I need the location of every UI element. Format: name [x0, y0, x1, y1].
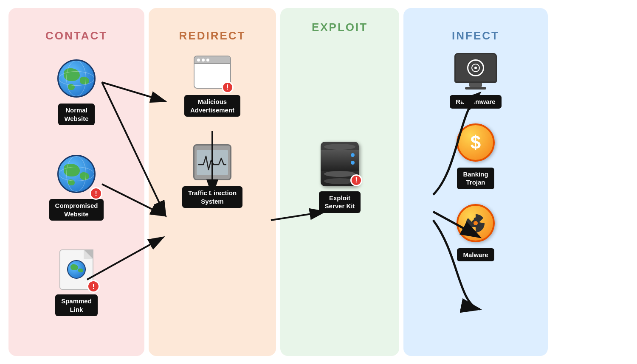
error-badge-exploit: ! [350, 174, 362, 186]
ransomware-label: Ransomware [450, 95, 501, 109]
exploit-title: EXPLOIT [312, 21, 368, 34]
banking-trojan-icon: $ [452, 119, 499, 166]
svg-point-3 [469, 225, 473, 229]
error-badge-compromised: ! [90, 187, 102, 200]
ransomware-icon [450, 51, 501, 93]
node-banking-trojan: $ BankingTrojan [452, 119, 499, 189]
malware-icon [452, 200, 499, 246]
banking-trojan-label: BankingTrojan [457, 168, 494, 189]
monitor-stand [469, 83, 482, 87]
globe-icon-2 [57, 155, 96, 193]
phase-exploit: EXPLOIT ! ExploitServer Kit [280, 8, 399, 356]
node-tds: Traffic DirectionSystem [182, 140, 242, 208]
normal-website-label: NormalWebsite [58, 104, 94, 125]
biohazard-icon [457, 204, 495, 242]
node-malware: Malware [452, 200, 499, 262]
spammed-link-label: SpammedLink [55, 294, 98, 316]
compromised-website-label: CompromisedWebsite [49, 199, 104, 221]
crosshair-dot [474, 67, 477, 69]
phase-redirect: REDIRECT ! MaliciousAdvertisement [149, 8, 276, 356]
exploit-kit-label: ExploitServer Kit [319, 191, 361, 213]
tds-label: Traffic DirectionSystem [182, 186, 242, 208]
svg-point-2 [479, 225, 483, 229]
normal-website-icon [53, 55, 100, 102]
crosshair-outer [467, 59, 484, 76]
tds-ecg-svg [198, 152, 226, 173]
error-badge-spam: ! [87, 280, 100, 293]
phase-contact: CONTACT NormalWebsite [8, 8, 144, 356]
malicious-ad-icon: ! [191, 51, 234, 93]
malicious-ad-label: MaliciousAdvertisement [184, 95, 240, 117]
coin-dollar-icon: $ [457, 123, 495, 162]
exploit-kit-icon: ! [316, 139, 363, 190]
node-malicious-ad: ! MaliciousAdvertisement [184, 51, 240, 117]
node-normal-website: NormalWebsite [53, 55, 100, 125]
tds-icon-wrap [189, 140, 236, 185]
node-exploit-kit: ! ExploitServer Kit [316, 139, 363, 213]
compromised-website-icon: ! [53, 151, 100, 197]
monitor-base [465, 87, 486, 90]
malware-label: Malware [457, 248, 494, 262]
monitor-screen [454, 53, 497, 83]
diagram: CONTACT NormalWebsite [8, 8, 629, 356]
monitor-laptop-icon [454, 53, 497, 91]
biohazard-svg [463, 210, 488, 236]
crosshair-inner [471, 64, 480, 72]
tds-monitor-icon [193, 144, 231, 180]
contact-title: CONTACT [45, 29, 107, 42]
node-ransomware: Ransomware [450, 51, 501, 109]
svg-point-1 [474, 217, 478, 221]
infect-title: INFECT [452, 29, 499, 42]
svg-point-4 [474, 221, 478, 225]
tds-screen [197, 150, 228, 175]
globe-icon-1 [57, 59, 96, 98]
node-spammed-link: ! SpammedLink [53, 246, 100, 316]
redirect-title: REDIRECT [179, 29, 246, 42]
node-compromised-website: ! CompromisedWebsite [49, 151, 104, 221]
phase-infect: INFECT Ransomware [403, 8, 548, 356]
error-badge-ad: ! [222, 81, 234, 93]
spammed-link-icon: ! [53, 246, 100, 293]
